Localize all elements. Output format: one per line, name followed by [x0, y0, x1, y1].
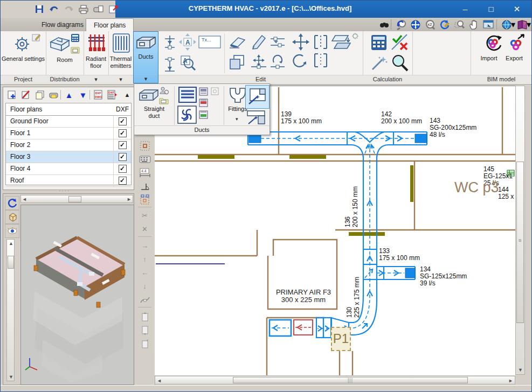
3d-model-viewport[interactable] [20, 205, 134, 385]
3d-rotate-icon[interactable] [5, 196, 19, 210]
bim-export-button[interactable] [507, 33, 527, 55]
object-snap-icon[interactable] [137, 139, 152, 152]
print-setup-icon[interactable] [92, 3, 105, 15]
edit-note-icon[interactable] [32, 33, 42, 45]
duct-user-settings-icon[interactable] [159, 86, 169, 96]
globe-dropdown-icon[interactable]: ▾ [510, 18, 516, 31]
collapse-panel-icon[interactable]: ▲ [121, 89, 134, 101]
canvas-h-scrollbar[interactable]: ◄ ||| ► [155, 376, 515, 384]
grid-snap-icon[interactable] [137, 193, 152, 206]
copy-between-layers-icon[interactable] [330, 33, 351, 54]
3d-v-thumb[interactable] [8, 256, 14, 269]
view-rotate-z-icon[interactable] [137, 337, 152, 349]
zoom-extents-icon[interactable] [409, 18, 422, 31]
move-floor-down-icon[interactable]: ▼ [77, 89, 89, 101]
copy-floor-icon[interactable] [33, 89, 46, 101]
pan-down-icon[interactable]: ↓ [137, 280, 152, 292]
check-results-icon[interactable] [391, 33, 409, 54]
save-icon[interactable] [33, 3, 46, 15]
edit-node-icon[interactable] [270, 34, 286, 52]
grille-button[interactable] [178, 87, 197, 104]
room-calculator-icon[interactable] [71, 33, 80, 45]
radiant-floor-dropdown[interactable]: ▾ [84, 75, 108, 83]
dxf-layers-icon[interactable]: DXF [106, 89, 119, 101]
ducts-button-active[interactable]: Ducts ▾ [133, 31, 158, 83]
inspect-icon[interactable] [391, 54, 409, 74]
text-box-button[interactable]: Tx... [198, 36, 221, 51]
angle-icon[interactable] [137, 180, 152, 192]
tab-flow-diagrams[interactable]: Flow diagrams [34, 18, 91, 31]
floor-row-2[interactable]: Floor 2 ✓ [6, 139, 131, 151]
undo-icon[interactable] [48, 3, 61, 15]
floor-row-4[interactable]: Floor 4 ✓ [6, 163, 131, 175]
room-button[interactable] [49, 36, 71, 54]
scroll-right-icon[interactable]: ► [508, 378, 513, 383]
pan-icon[interactable] [467, 18, 480, 31]
pan-right-icon[interactable]: → [137, 240, 152, 252]
rotate-icon[interactable] [291, 52, 308, 71]
calculate-icon[interactable] [370, 34, 388, 53]
pan-up-icon[interactable]: ↑ [137, 253, 152, 265]
exhaust-duct-terminal[interactable] [294, 320, 313, 335]
grille-small-green-icon[interactable] [199, 110, 208, 120]
dxf-dwg-icon[interactable]: DXFDWG [92, 89, 105, 101]
pan-left-icon[interactable]: ← [137, 267, 152, 279]
auto-fitting-tee-button[interactable] [245, 109, 268, 126]
3d-h-thumb[interactable] [68, 196, 81, 202]
3d-box-icon[interactable] [5, 210, 19, 224]
find-icon[interactable] [378, 18, 391, 31]
canvas-v-scrollbar[interactable]: ≡ ▼ [515, 86, 525, 375]
rotate-node-icon[interactable] [270, 53, 286, 71]
fittings-dropdown[interactable]: ▾ [236, 116, 238, 122]
3d-h-scrollbar[interactable]: ◄ ► [20, 195, 133, 203]
dxf-checkbox[interactable]: ✓ [119, 153, 127, 161]
view-rotate-y-icon[interactable] [137, 324, 152, 336]
grille-small-red-icon[interactable] [199, 99, 208, 108]
insert-node-down-icon[interactable] [163, 34, 177, 54]
straight-duct-button[interactable] [139, 88, 159, 103]
redo-icon[interactable] [62, 3, 75, 15]
dxf-checkbox[interactable]: ✓ [119, 129, 127, 137]
3d-visibility-eye-icon[interactable] [5, 224, 19, 238]
grille-small-blue-icon[interactable] [199, 87, 208, 97]
zoom-previous-icon[interactable] [395, 18, 407, 31]
room-options-icon[interactable] [71, 46, 80, 57]
dxf-checkbox[interactable]: ✓ [119, 117, 127, 125]
scroll-up-icon[interactable]: ▲ [9, 241, 13, 246]
insert-node-up-icon[interactable] [163, 55, 177, 74]
tab-floor-plans[interactable]: Floor plans [86, 18, 134, 32]
view-rotate-x-icon[interactable] [137, 310, 152, 323]
dxf-checkbox[interactable]: ✓ [119, 165, 127, 173]
minimize-button[interactable]: – [453, 2, 477, 17]
scroll-right-icon[interactable]: ► [127, 197, 132, 202]
floor-row-ground[interactable]: Ground Floor ✓ [6, 116, 131, 128]
dimension-icon[interactable]: 4.4 [137, 166, 152, 179]
grille-settings-icon[interactable] [211, 87, 219, 97]
copy-icon[interactable] [229, 54, 246, 72]
floor-row-1[interactable]: Floor 1 ✓ [6, 128, 131, 139]
ducts-dropdown[interactable]: ▾ [134, 74, 158, 83]
zoom-window-icon[interactable] [453, 18, 466, 31]
duct-library-folder-icon[interactable] [159, 97, 169, 106]
fan-button[interactable] [177, 106, 197, 125]
radiant-floor-button[interactable] [87, 33, 106, 56]
move-node-icon[interactable] [250, 53, 267, 72]
print-icon[interactable] [77, 3, 90, 15]
dxf-checkbox[interactable]: ✓ [119, 177, 127, 185]
general-settings-button[interactable] [11, 33, 33, 57]
text-zoom-icon[interactable]: A [179, 54, 196, 74]
scroll-left-icon[interactable]: ◄ [157, 378, 162, 383]
thermal-emitters-button[interactable] [113, 33, 130, 55]
spline-edit-icon[interactable] [137, 293, 152, 306]
split-dashed-icon[interactable] [313, 53, 329, 70]
edit-floor-icon[interactable] [19, 89, 32, 101]
capture-view-icon[interactable] [482, 18, 495, 31]
auto-fitting-elbow-button-selected[interactable] [245, 85, 270, 109]
close-button[interactable]: ✕ [505, 2, 529, 17]
export-drawing-icon[interactable] [107, 3, 120, 15]
fittings-button[interactable] [229, 87, 246, 104]
keyboard-entry-icon[interactable] [137, 153, 152, 165]
help-dropdown-icon[interactable]: ▾ [526, 18, 531, 31]
add-floor-icon[interactable] [5, 89, 18, 101]
canvas-v-thumb[interactable]: ≡ [516, 162, 524, 323]
